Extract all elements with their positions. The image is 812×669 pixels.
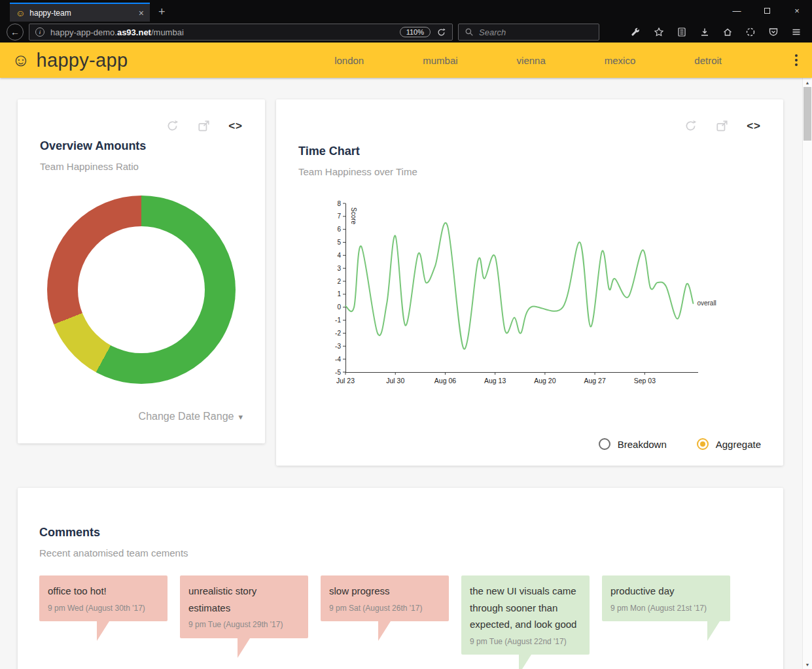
url-prefix: happy-app-demo. bbox=[50, 27, 117, 37]
card-subtitle: Team Happiness Ratio bbox=[40, 161, 243, 172]
scrollbar-thumb[interactable] bbox=[803, 87, 811, 141]
nav-item-vienna[interactable]: vienna bbox=[517, 55, 546, 66]
svg-text:8: 8 bbox=[337, 200, 341, 207]
embed-code-icon[interactable]: <> bbox=[228, 120, 243, 133]
svg-text:4: 4 bbox=[337, 252, 341, 259]
svg-text:6: 6 bbox=[337, 226, 341, 233]
search-bar[interactable]: Search bbox=[458, 24, 599, 41]
nav-item-mexico[interactable]: mexico bbox=[605, 55, 636, 66]
scrollbar[interactable]: ▲ ▼ bbox=[802, 78, 812, 669]
bookmark-star-icon[interactable] bbox=[654, 27, 664, 37]
svg-text:3: 3 bbox=[337, 265, 341, 272]
open-external-icon[interactable] bbox=[715, 119, 729, 133]
svg-text:Jul 30: Jul 30 bbox=[386, 377, 404, 385]
overview-card: <> Overview Amounts Team Happiness Ratio… bbox=[18, 99, 265, 443]
change-date-range-label: Change Date Range bbox=[139, 411, 234, 422]
reload-icon[interactable] bbox=[436, 27, 446, 37]
embed-code-icon[interactable]: <> bbox=[747, 120, 761, 133]
url-text: happy-app-demo.as93.net/mumbai bbox=[50, 27, 394, 37]
svg-text:Jul 23: Jul 23 bbox=[336, 377, 355, 385]
download-icon[interactable] bbox=[699, 27, 710, 37]
window-minimize-button[interactable]: — bbox=[722, 0, 752, 22]
change-date-range-button[interactable]: Change Date Range▾ bbox=[40, 411, 243, 424]
library-icon[interactable] bbox=[677, 27, 687, 37]
donut-chart bbox=[47, 196, 236, 384]
svg-text:-5: -5 bbox=[335, 369, 341, 376]
svg-text:Aug 13: Aug 13 bbox=[484, 377, 506, 385]
radio-control[interactable]: Aggregate bbox=[697, 438, 761, 450]
browser-titlebar: ☺ happy-team × + — × bbox=[0, 0, 812, 22]
card-subtitle: Recent anatomised team cements bbox=[39, 547, 762, 558]
comment-time: 9 pm Wed (August 30th '17) bbox=[48, 603, 159, 614]
radio-icon bbox=[599, 438, 610, 450]
svg-text:Score: Score bbox=[350, 207, 357, 225]
refresh-icon[interactable] bbox=[166, 119, 179, 133]
svg-text:Sep 03: Sep 03 bbox=[634, 377, 656, 385]
main-content: <> Overview Amounts Team Happiness Ratio… bbox=[0, 78, 812, 669]
comment-time: 9 pm Tue (August 22nd '17) bbox=[470, 636, 581, 647]
pocket-icon[interactable] bbox=[768, 27, 779, 37]
nav-item-london[interactable]: london bbox=[334, 55, 364, 66]
search-placeholder: Search bbox=[479, 27, 506, 37]
nav-item-detroit[interactable]: detroit bbox=[694, 55, 722, 66]
radio-control[interactable]: Breakdown bbox=[599, 438, 667, 450]
app-logo-icon: ☺ bbox=[12, 52, 30, 69]
comment-bubble: office too hot! 9 pm Wed (August 30th '1… bbox=[39, 575, 168, 621]
svg-text:-1: -1 bbox=[335, 317, 341, 324]
svg-text:overall: overall bbox=[697, 300, 716, 307]
tab-title: happy-team bbox=[29, 9, 134, 18]
svg-text:Aug 27: Aug 27 bbox=[584, 377, 605, 385]
scroll-down-icon[interactable]: ▼ bbox=[803, 660, 812, 669]
refresh-icon[interactable] bbox=[684, 119, 697, 133]
tab-close-icon[interactable]: × bbox=[139, 8, 144, 18]
url-bar[interactable]: i happy-app-demo.as93.net/mumbai 110% bbox=[29, 24, 453, 41]
open-external-icon[interactable] bbox=[197, 119, 211, 133]
app-header: ☺ happy-app london mumbai vienna mexico … bbox=[0, 43, 812, 78]
tab-favicon-icon: ☺ bbox=[16, 9, 25, 18]
svg-text:0: 0 bbox=[337, 303, 341, 311]
scroll-up-icon[interactable]: ▲ bbox=[803, 78, 812, 87]
comment-bubble: the new UI visuals came through sooner t… bbox=[461, 575, 590, 655]
url-domain: as93.net bbox=[117, 27, 151, 37]
browser-navbar: ← i happy-app-demo.as93.net/mumbai 110% … bbox=[0, 22, 812, 43]
time-chart-card: <> Time Chart Team Happiness over Time 8… bbox=[276, 99, 783, 466]
nav-item-mumbai[interactable]: mumbai bbox=[423, 55, 457, 66]
comment-time: 9 pm Tue (August 29th '17) bbox=[188, 619, 300, 630]
chart-mode-controls: Breakdown Aggregate bbox=[298, 438, 761, 450]
toolbar-icons bbox=[631, 27, 802, 37]
comment-text: productive day bbox=[610, 583, 722, 600]
svg-text:Aug 20: Aug 20 bbox=[534, 377, 556, 385]
svg-text:2: 2 bbox=[337, 278, 341, 285]
app-title: happy-app bbox=[37, 50, 128, 71]
comment-time: 9 pm Mon (August 21st '17) bbox=[610, 603, 722, 614]
search-icon bbox=[465, 27, 474, 37]
comment-list: office too hot! 9 pm Wed (August 30th '1… bbox=[39, 575, 762, 655]
new-tab-button[interactable]: + bbox=[150, 3, 174, 22]
comment-text: slow progress bbox=[329, 583, 440, 600]
zoom-level-badge[interactable]: 110% bbox=[400, 27, 431, 37]
radio-label: Breakdown bbox=[618, 439, 667, 450]
window-maximize-button[interactable] bbox=[752, 0, 782, 22]
comment-bubble: unrealistic story estimates 9 pm Tue (Au… bbox=[180, 575, 308, 638]
screenshots-icon[interactable] bbox=[745, 27, 756, 37]
maximize-icon bbox=[764, 8, 770, 14]
window-close-button[interactable]: × bbox=[782, 0, 812, 22]
home-icon[interactable] bbox=[722, 27, 733, 37]
comment-text: office too hot! bbox=[48, 583, 159, 600]
card-subtitle: Team Happiness over Time bbox=[298, 166, 761, 177]
menu-icon[interactable] bbox=[791, 27, 802, 37]
browser-tab[interactable]: ☺ happy-team × bbox=[10, 3, 150, 22]
svg-text:-2: -2 bbox=[335, 330, 341, 337]
back-button[interactable]: ← bbox=[7, 24, 24, 41]
developer-wrench-icon[interactable] bbox=[631, 27, 641, 37]
overflow-menu-icon[interactable] bbox=[795, 54, 798, 66]
comment-text: the new UI visuals came through sooner t… bbox=[470, 583, 581, 633]
comment-bubble: productive day 9 pm Mon (August 21st '17… bbox=[602, 575, 730, 621]
back-icon: ← bbox=[10, 27, 20, 37]
svg-text:5: 5 bbox=[337, 239, 341, 246]
svg-text:7: 7 bbox=[337, 213, 341, 220]
window-controls: — × bbox=[722, 0, 812, 22]
site-info-icon[interactable]: i bbox=[35, 27, 44, 37]
url-path: /mumbai bbox=[151, 27, 184, 37]
time-chart: 876543210-1-2-3-4-5Jul 23Jul 30Aug 06Aug… bbox=[322, 194, 761, 390]
